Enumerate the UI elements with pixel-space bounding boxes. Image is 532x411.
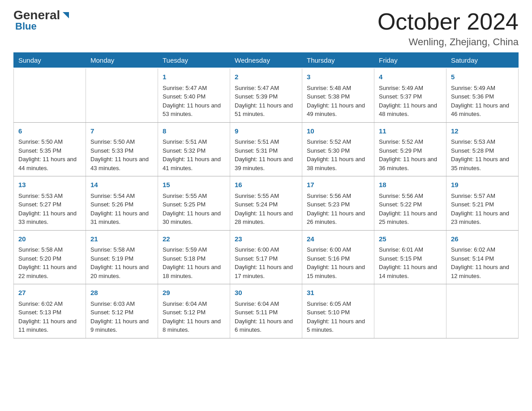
sun-info: Sunrise: 6:03 AMSunset: 5:12 PMDaylight:…: [90, 300, 153, 334]
calendar-cell: 13Sunrise: 5:53 AMSunset: 5:27 PMDayligh…: [14, 176, 86, 231]
calendar-cell: 8Sunrise: 5:51 AMSunset: 5:32 PMDaylight…: [158, 122, 230, 176]
day-number: 15: [163, 180, 225, 190]
calendar-cell: 27Sunrise: 6:02 AMSunset: 5:13 PMDayligh…: [14, 284, 86, 338]
day-number: 23: [235, 234, 297, 244]
day-number: 27: [18, 288, 81, 298]
sun-info: Sunrise: 5:57 AMSunset: 5:21 PMDaylight:…: [451, 192, 514, 227]
calendar-cell: 10Sunrise: 5:52 AMSunset: 5:30 PMDayligh…: [302, 122, 374, 176]
logo: General Blue: [13, 9, 71, 32]
sun-info: Sunrise: 6:04 AMSunset: 5:11 PMDaylight:…: [235, 300, 297, 334]
calendar-cell: 31Sunrise: 6:05 AMSunset: 5:10 PMDayligh…: [302, 284, 374, 338]
day-number: 18: [379, 180, 442, 190]
sun-info: Sunrise: 5:50 AMSunset: 5:35 PMDaylight:…: [18, 137, 81, 172]
calendar-cell: 28Sunrise: 6:03 AMSunset: 5:12 PMDayligh…: [86, 284, 158, 338]
calendar-cell: 4Sunrise: 5:49 AMSunset: 5:37 PMDaylight…: [374, 68, 446, 122]
col-saturday: Saturday: [446, 53, 519, 68]
calendar-cell: [14, 68, 86, 122]
calendar-week-row: 27Sunrise: 6:02 AMSunset: 5:13 PMDayligh…: [14, 284, 519, 338]
sun-info: Sunrise: 5:55 AMSunset: 5:25 PMDaylight:…: [163, 192, 225, 227]
calendar-week-row: 6Sunrise: 5:50 AMSunset: 5:35 PMDaylight…: [14, 122, 519, 176]
day-number: 21: [90, 234, 153, 244]
calendar-cell: 21Sunrise: 5:58 AMSunset: 5:19 PMDayligh…: [86, 230, 158, 284]
calendar-cell: 15Sunrise: 5:55 AMSunset: 5:25 PMDayligh…: [158, 176, 230, 231]
calendar-week-row: 13Sunrise: 5:53 AMSunset: 5:27 PMDayligh…: [14, 176, 519, 231]
sun-info: Sunrise: 5:58 AMSunset: 5:19 PMDaylight:…: [90, 245, 153, 280]
calendar-cell: 25Sunrise: 6:01 AMSunset: 5:15 PMDayligh…: [374, 230, 446, 284]
logo-general-text: General: [13, 9, 60, 21]
day-number: 30: [235, 288, 297, 298]
day-number: 24: [307, 234, 369, 244]
calendar-cell: 6Sunrise: 5:50 AMSunset: 5:35 PMDaylight…: [14, 122, 86, 176]
col-thursday: Thursday: [302, 53, 374, 68]
day-number: 13: [18, 180, 81, 190]
calendar-cell: [86, 68, 158, 122]
calendar-cell: 12Sunrise: 5:53 AMSunset: 5:28 PMDayligh…: [446, 122, 519, 176]
sun-info: Sunrise: 5:56 AMSunset: 5:23 PMDaylight:…: [307, 192, 369, 227]
logo-blue-text: Blue: [15, 21, 37, 32]
calendar-cell: 23Sunrise: 6:00 AMSunset: 5:17 PMDayligh…: [230, 230, 302, 284]
sun-info: Sunrise: 5:53 AMSunset: 5:27 PMDaylight:…: [18, 192, 81, 227]
calendar-cell: 22Sunrise: 5:59 AMSunset: 5:18 PMDayligh…: [158, 230, 230, 284]
sun-info: Sunrise: 5:49 AMSunset: 5:36 PMDaylight:…: [451, 84, 514, 119]
calendar-cell: 18Sunrise: 5:56 AMSunset: 5:22 PMDayligh…: [374, 176, 446, 231]
day-number: 10: [307, 126, 369, 137]
day-number: 1: [163, 72, 225, 82]
page-header: General Blue October 2024 Wenling, Zheji…: [13, 9, 519, 48]
calendar-cell: 26Sunrise: 6:02 AMSunset: 5:14 PMDayligh…: [446, 230, 519, 284]
calendar-cell: [446, 284, 519, 338]
calendar-cell: 20Sunrise: 5:58 AMSunset: 5:20 PMDayligh…: [14, 230, 86, 284]
calendar-body: 1Sunrise: 5:47 AMSunset: 5:40 PMDaylight…: [14, 68, 519, 338]
col-wednesday: Wednesday: [230, 53, 302, 68]
day-number: 17: [307, 180, 369, 190]
sun-info: Sunrise: 5:48 AMSunset: 5:38 PMDaylight:…: [307, 84, 369, 119]
sun-info: Sunrise: 6:00 AMSunset: 5:17 PMDaylight:…: [235, 245, 297, 280]
location-subtitle: Wenling, Zhejiang, China: [378, 36, 519, 48]
calendar-week-row: 1Sunrise: 5:47 AMSunset: 5:40 PMDaylight…: [14, 68, 519, 122]
sun-info: Sunrise: 6:04 AMSunset: 5:12 PMDaylight:…: [163, 300, 225, 334]
day-number: 26: [451, 234, 514, 244]
calendar-cell: 24Sunrise: 6:00 AMSunset: 5:16 PMDayligh…: [302, 230, 374, 284]
day-number: 11: [379, 126, 442, 137]
sun-info: Sunrise: 5:47 AMSunset: 5:40 PMDaylight:…: [163, 84, 225, 119]
sun-info: Sunrise: 6:02 AMSunset: 5:14 PMDaylight:…: [451, 245, 514, 280]
calendar-cell: 14Sunrise: 5:54 AMSunset: 5:26 PMDayligh…: [86, 176, 158, 231]
title-section: October 2024 Wenling, Zhejiang, China: [378, 9, 519, 48]
calendar-cell: [374, 284, 446, 338]
day-number: 25: [379, 234, 442, 244]
sun-info: Sunrise: 5:47 AMSunset: 5:39 PMDaylight:…: [235, 84, 297, 119]
col-tuesday: Tuesday: [158, 53, 230, 68]
day-number: 14: [90, 180, 153, 190]
day-number: 20: [18, 234, 81, 244]
sun-info: Sunrise: 5:49 AMSunset: 5:37 PMDaylight:…: [379, 84, 442, 119]
sun-info: Sunrise: 6:05 AMSunset: 5:10 PMDaylight:…: [307, 300, 369, 334]
calendar-cell: 9Sunrise: 5:51 AMSunset: 5:31 PMDaylight…: [230, 122, 302, 176]
sun-info: Sunrise: 5:53 AMSunset: 5:28 PMDaylight:…: [451, 137, 514, 172]
calendar-cell: 11Sunrise: 5:52 AMSunset: 5:29 PMDayligh…: [374, 122, 446, 176]
col-sunday: Sunday: [14, 53, 86, 68]
header-row: Sunday Monday Tuesday Wednesday Thursday…: [14, 53, 519, 68]
day-number: 5: [451, 72, 514, 82]
day-number: 29: [163, 288, 225, 298]
sun-info: Sunrise: 5:52 AMSunset: 5:30 PMDaylight:…: [307, 137, 369, 172]
sun-info: Sunrise: 6:00 AMSunset: 5:16 PMDaylight:…: [307, 245, 369, 280]
day-number: 22: [163, 234, 225, 244]
calendar-table: Sunday Monday Tuesday Wednesday Thursday…: [13, 52, 519, 338]
calendar-cell: 30Sunrise: 6:04 AMSunset: 5:11 PMDayligh…: [230, 284, 302, 338]
sun-info: Sunrise: 5:54 AMSunset: 5:26 PMDaylight:…: [90, 192, 153, 227]
calendar-cell: 17Sunrise: 5:56 AMSunset: 5:23 PMDayligh…: [302, 176, 374, 231]
day-number: 9: [235, 126, 297, 137]
svg-marker-0: [63, 12, 69, 18]
calendar-cell: 19Sunrise: 5:57 AMSunset: 5:21 PMDayligh…: [446, 176, 519, 231]
calendar-cell: 7Sunrise: 5:50 AMSunset: 5:33 PMDaylight…: [86, 122, 158, 176]
calendar-week-row: 20Sunrise: 5:58 AMSunset: 5:20 PMDayligh…: [14, 230, 519, 284]
sun-info: Sunrise: 6:01 AMSunset: 5:15 PMDaylight:…: [379, 245, 442, 280]
calendar-cell: 16Sunrise: 5:55 AMSunset: 5:24 PMDayligh…: [230, 176, 302, 231]
day-number: 31: [307, 288, 369, 298]
month-year-title: October 2024: [378, 9, 519, 34]
day-number: 12: [451, 126, 514, 137]
sun-info: Sunrise: 5:50 AMSunset: 5:33 PMDaylight:…: [90, 137, 153, 172]
calendar-cell: 29Sunrise: 6:04 AMSunset: 5:12 PMDayligh…: [158, 284, 230, 338]
day-number: 7: [90, 126, 153, 137]
sun-info: Sunrise: 5:51 AMSunset: 5:31 PMDaylight:…: [235, 137, 297, 172]
col-monday: Monday: [86, 53, 158, 68]
